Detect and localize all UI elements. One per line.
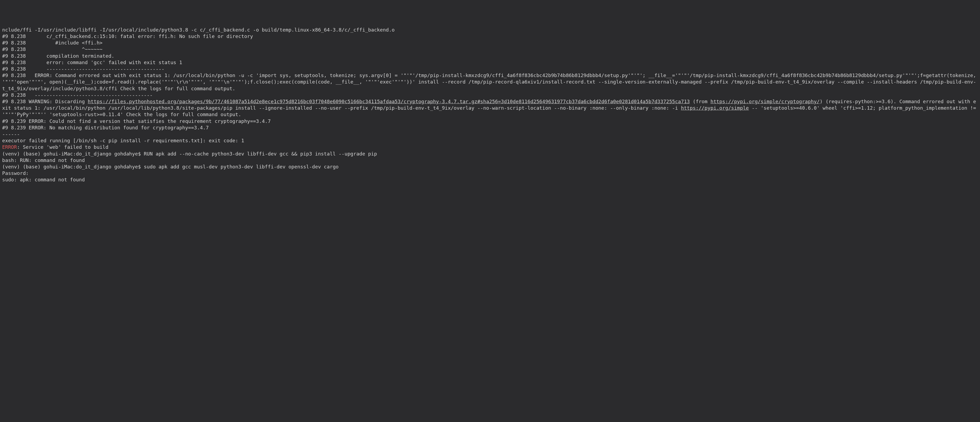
terminal-line: nclude/ffi -I/usr/include/libffi -I/usr/… [2, 27, 978, 33]
terminal-line-error: ERROR: Service 'web' failed to build [2, 144, 978, 150]
terminal-line: #9 8.239 ERROR: No matching distribution… [2, 124, 978, 131]
terminal-line: #9 8.238 -------------------------------… [2, 92, 978, 98]
password-prompt[interactable]: Password: [2, 170, 978, 177]
discarded-package-link[interactable]: https://files.pythonhosted.org/packages/… [88, 99, 690, 104]
pypi-cryptography-link[interactable]: https://pypi.org/simple/cryptography/ [711, 99, 819, 104]
shell-prompt-line[interactable]: (venv) (base) gohui-iMac:do_it_django go… [2, 151, 978, 157]
terminal-line: #9 8.238 -------------------------------… [2, 66, 978, 72]
terminal-line: #9 8.238 compilation terminated. [2, 53, 978, 59]
terminal-line: #9 8.238 ^~~~~~~ [2, 46, 978, 53]
text-fragment: (from [690, 99, 711, 104]
terminal-line: #9 8.238 error: command 'gcc' failed wit… [2, 59, 978, 66]
terminal-line: #9 8.238 ERROR: Command errored out with… [2, 72, 978, 92]
error-label: ERROR [2, 144, 17, 150]
terminal-line: #9 8.239 ERROR: Could not find a version… [2, 118, 978, 124]
terminal-line: #9 8.238 c/_cffi_backend.c:15:10: fatal … [2, 33, 978, 40]
terminal-line: bash: RUN: command not found [2, 157, 978, 164]
terminal-line: executor failed running [/bin/sh -c pip … [2, 137, 978, 144]
pypi-simple-link[interactable]: https://pypi.org/simple [681, 105, 749, 111]
text-fragment: #9 8.238 WARNING: Discarding [2, 99, 88, 104]
terminal-line-warning: #9 8.238 WARNING: Discarding https://fil… [2, 98, 978, 118]
shell-prompt-line[interactable]: (venv) (base) gohui-iMac:do_it_django go… [2, 164, 978, 170]
terminal-line: ------ [2, 131, 978, 137]
terminal-line: sudo: apk: command not found [2, 177, 978, 183]
terminal-line: #9 8.238 #include <ffi.h> [2, 40, 978, 46]
error-message: : Service 'web' failed to build [17, 144, 108, 150]
